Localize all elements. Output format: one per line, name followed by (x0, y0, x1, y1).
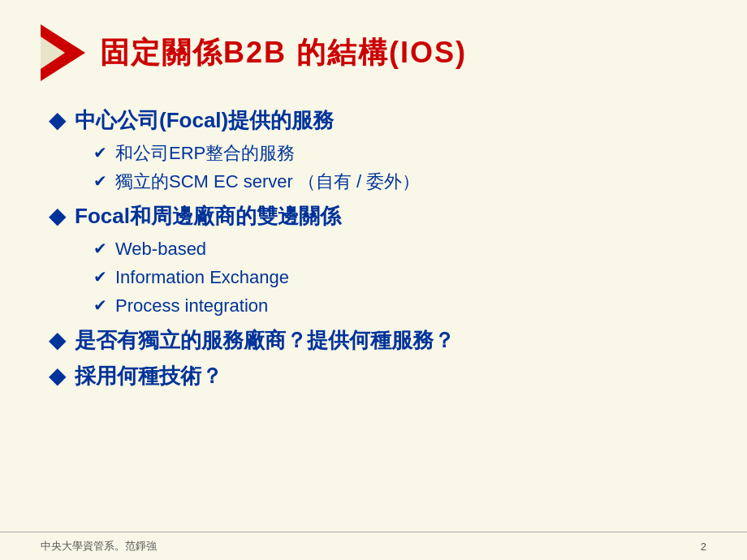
sub-text-1b: 獨立的SCM EC server （自有 / 委外） (115, 170, 420, 195)
sub-items-2: ✔ Web-based ✔ Information Exchange ✔ Pro… (93, 237, 706, 318)
check-icon-2a: ✔ (93, 237, 107, 260)
header: 固定關係B2B 的結構(IOS) (41, 24, 706, 81)
sub-text-2c: Process integration (115, 294, 268, 319)
bullet-item-1: ◆ 中心公司(Focal)提供的服務 (49, 106, 706, 135)
sub-text-2b: Information Exchange (115, 265, 289, 291)
footer-author: 中央大學資管系。范錚強 (41, 539, 157, 554)
diamond-icon-1: ◆ (49, 106, 67, 135)
sub-item-2c: ✔ Process integration (93, 294, 706, 319)
footer-page-number: 2 (701, 541, 706, 553)
check-icon-1b: ✔ (93, 170, 107, 192)
bullet-text-4: 採用何種技術？ (75, 361, 222, 390)
footer: 中央大學資管系。范錚強 2 (0, 532, 747, 560)
bullet-item-3: ◆ 是否有獨立的服務廠商？提供何種服務？ (49, 325, 706, 355)
sub-item-1a: ✔ 和公司ERP整合的服務 (93, 141, 706, 166)
sub-item-2b: ✔ Information Exchange (93, 265, 706, 291)
sub-item-2a: ✔ Web-based (93, 237, 706, 262)
bullet-text-3: 是否有獨立的服務廠商？提供何種服務？ (75, 325, 455, 355)
sub-text-2a: Web-based (115, 237, 206, 262)
slide-container: 固定關係B2B 的結構(IOS) ◆ 中心公司(Focal)提供的服務 ✔ 和公… (0, 0, 747, 560)
bullet-text-1: 中心公司(Focal)提供的服務 (75, 106, 334, 135)
diamond-icon-3: ◆ (49, 325, 67, 355)
diamond-icon-2: ◆ (49, 201, 67, 230)
check-icon-1a: ✔ (93, 141, 107, 164)
triangle-icon (41, 24, 85, 81)
check-icon-2c: ✔ (93, 294, 107, 317)
diamond-icon-4: ◆ (49, 361, 67, 390)
bullet-item-4: ◆ 採用何種技術？ (49, 361, 706, 390)
sub-item-1b: ✔ 獨立的SCM EC server （自有 / 委外） (93, 170, 706, 195)
check-icon-2b: ✔ (93, 265, 107, 288)
content-area: ◆ 中心公司(Focal)提供的服務 ✔ 和公司ERP整合的服務 ✔ 獨立的SC… (41, 106, 706, 391)
sub-text-1a: 和公司ERP整合的服務 (115, 141, 295, 166)
sub-items-1: ✔ 和公司ERP整合的服務 ✔ 獨立的SCM EC server （自有 / 委… (93, 141, 706, 195)
bullet-item-2: ◆ Focal和周邊廠商的雙邊關係 (49, 201, 706, 230)
slide-title: 固定關係B2B 的結構(IOS) (100, 33, 467, 73)
bullet-text-2: Focal和周邊廠商的雙邊關係 (75, 201, 341, 230)
